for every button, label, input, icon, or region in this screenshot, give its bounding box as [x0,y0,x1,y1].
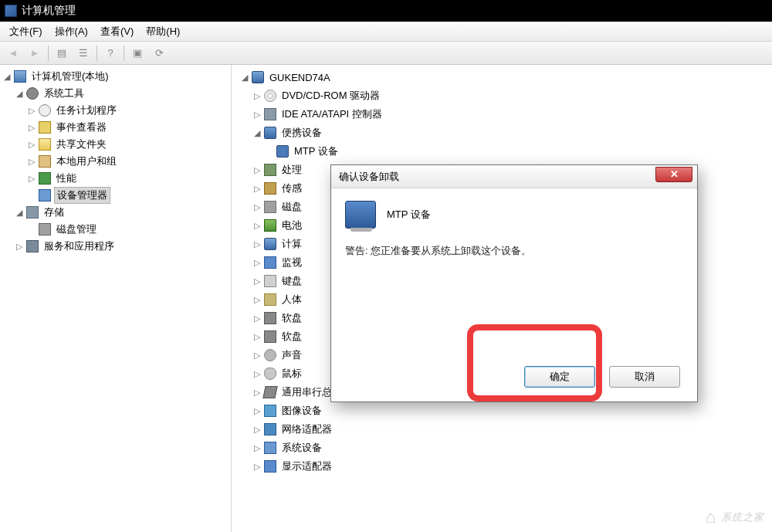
tree-task-scheduler[interactable]: ▷任务计划程序 [2,102,229,119]
tree-shared-folders[interactable]: ▷共享文件夹 [2,136,229,153]
toolbar-separator [96,46,97,61]
app-icon [5,5,17,17]
tree-performance[interactable]: ▷性能 [2,170,229,187]
tree-system-tools[interactable]: ◢系统工具 [2,85,229,102]
toolbar: ◄ ► ▤ ☰ ? ▣ ⟳ [0,42,772,65]
tree-root[interactable]: ◢计算机管理(本地) [2,68,229,85]
menu-help[interactable]: 帮助(H) [141,23,185,40]
device-icon [345,201,376,229]
menu-file[interactable]: 文件(F) [5,23,47,40]
device-system[interactable]: ▷系统设备 [239,439,764,457]
properties-icon[interactable]: ☰ [75,45,92,62]
window-titlebar: 计算机管理 [0,0,772,22]
tree-device-manager[interactable]: 设备管理器 [2,187,229,204]
device-computer-root[interactable]: ◢GUKEND74A [239,68,764,86]
dialog-title: 确认设备卸载 [339,170,655,184]
tree-local-users[interactable]: ▷本地用户和组 [2,153,229,170]
dialog-button-row: 确定 取消 [524,366,680,388]
dialog-body: MTP 设备 警告: 您正准备要从系统上卸载这个设备。 [331,188,697,270]
dialog-device-name: MTP 设备 [387,208,431,222]
scan-icon[interactable]: ▣ [129,45,146,62]
toolbar-separator [48,46,49,61]
ok-button[interactable]: 确定 [524,366,595,388]
tree-event-viewer[interactable]: ▷事件查看器 [2,119,229,136]
dialog-titlebar[interactable]: 确认设备卸载 ✕ [331,165,697,188]
device-imaging[interactable]: ▷图像设备 [239,402,764,420]
device-portable[interactable]: ◢便携设备 [239,124,764,142]
watermark-text: 系统之家 [721,510,764,524]
help-icon[interactable]: ? [102,45,119,62]
close-icon[interactable]: ✕ [655,167,692,182]
menu-view[interactable]: 查看(V) [96,23,138,40]
device-mtp[interactable]: MTP 设备 [239,142,764,161]
device-ide[interactable]: ▷IDE ATA/ATAPI 控制器 [239,105,764,124]
forward-icon[interactable]: ► [26,45,43,62]
show-hide-tree-icon[interactable]: ▤ [53,45,70,62]
tree-services-apps[interactable]: ▷服务和应用程序 [2,238,229,255]
menu-action[interactable]: 操作(A) [50,23,93,40]
toolbar-separator [124,46,124,61]
left-tree-pane: ◢计算机管理(本地) ◢系统工具 ▷任务计划程序 ▷事件查看器 ▷共享文件夹 ▷… [0,65,232,532]
tree-disk-management[interactable]: 磁盘管理 [2,221,229,238]
device-dvd[interactable]: ▷DVD/CD-ROM 驱动器 [239,86,764,105]
watermark-icon: ⌂ [706,507,716,527]
window-title: 计算机管理 [22,4,76,18]
back-icon[interactable]: ◄ [5,45,22,62]
cancel-button[interactable]: 取消 [609,366,680,388]
device-network[interactable]: ▷网络适配器 [239,420,764,439]
tree-storage[interactable]: ◢存储 [2,204,229,221]
confirm-uninstall-dialog: 确认设备卸载 ✕ MTP 设备 警告: 您正准备要从系统上卸载这个设备。 确定 … [330,164,698,402]
menubar: 文件(F) 操作(A) 查看(V) 帮助(H) [0,22,772,42]
dialog-device-row: MTP 设备 [345,201,683,229]
dialog-warning-text: 警告: 您正准备要从系统上卸载这个设备。 [345,244,683,258]
device-display[interactable]: ▷显示适配器 [239,457,764,476]
refresh-icon[interactable]: ⟳ [151,45,168,62]
watermark: ⌂ 系统之家 [706,507,764,527]
